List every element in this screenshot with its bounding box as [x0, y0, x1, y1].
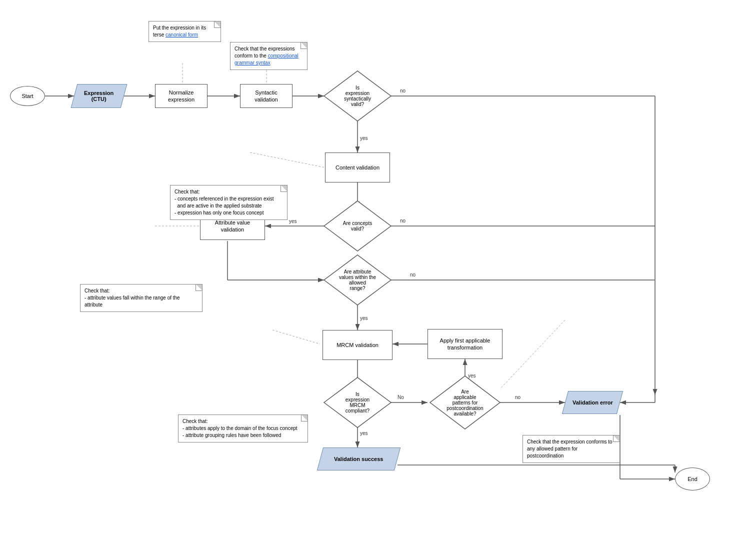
note1: Put the expression in its terse canonica…: [148, 21, 221, 42]
validation-success-node: Validation success: [320, 448, 398, 470]
note1-text: Put the expression in its terse canonica…: [153, 25, 206, 38]
yes-label-mrcm: yes: [360, 430, 368, 436]
yes-label-syntactic: yes: [360, 136, 368, 141]
attribute-range-label: Are attributevalues within theallowedran…: [324, 260, 391, 300]
mrcm-compliant-label: IsexpressionMRCMcompliant?: [328, 381, 388, 424]
no-label-patterns: no: [515, 394, 521, 400]
yes-label-range: yes: [360, 316, 368, 321]
svg-line-32: [272, 330, 320, 344]
expression-label: Expression(CTU): [84, 90, 114, 102]
end-label: End: [688, 476, 698, 482]
normalize-label: Normalize expression: [158, 89, 204, 104]
validation-error-label: Validation error: [572, 400, 613, 406]
expression-node: Expression(CTU): [74, 84, 124, 108]
note4-text: Check that:- attribute values fall withi…: [84, 288, 180, 308]
validation-error-node: Validation error: [565, 391, 620, 414]
note6-text: Check that the expression conforms to an…: [527, 439, 612, 458]
svg-line-33: [500, 320, 565, 389]
start-node: Start: [10, 86, 45, 106]
note3-text: Check that:- concepts referenced in the …: [174, 189, 274, 216]
no-label-syntactic: no: [400, 88, 406, 94]
note2-link[interactable]: compositional grammar syntax: [234, 53, 298, 66]
note5-text: Check that:- attributes apply to the dom…: [182, 418, 298, 438]
mrcm-validation-node: MRCM validation: [322, 330, 392, 360]
apply-transform-label: Apply first applicabletransformation: [440, 337, 490, 352]
syntactically-valid-label: Isexpressionsyntacticallyvalid?: [328, 78, 388, 114]
content-validation-node: Content validation: [325, 152, 390, 182]
yes-label-patterns: yes: [468, 373, 476, 378]
note2: Check that the expressions conform to th…: [230, 42, 308, 70]
svg-line-30: [250, 152, 325, 168]
content-label: Content validation: [336, 164, 380, 171]
patterns-available-label: Areapplicablepatterns forpostcoordinatio…: [431, 378, 499, 426]
note1-link[interactable]: canonical form: [166, 32, 198, 38]
note5: Check that:- attributes apply to the dom…: [178, 414, 308, 442]
note2-text: Check that the expressions conform to th…: [234, 46, 298, 66]
note6: Check that the expression conforms to an…: [522, 435, 620, 463]
concepts-valid-label: Are conceptsvalid?: [330, 208, 385, 244]
syntactic-validation-node: Syntacticvalidation: [240, 84, 292, 108]
yes-label-concepts: yes: [289, 218, 297, 224]
note3: Check that:- concepts referenced in the …: [170, 185, 288, 220]
start-label: Start: [22, 93, 33, 99]
apply-transformation-node: Apply first applicabletransformation: [428, 329, 502, 359]
no-label-range: no: [410, 272, 416, 278]
note4: Check that:- attribute values fall withi…: [80, 284, 202, 312]
validation-success-label: Validation success: [334, 456, 383, 462]
mrcm-label: MRCM validation: [336, 342, 378, 348]
attr-val-label: Attribute valuevalidation: [215, 219, 250, 234]
no-label-mrcm: No: [398, 394, 404, 400]
no-label-concepts: no: [400, 218, 406, 224]
syntactic-label: Syntacticvalidation: [254, 89, 278, 104]
normalize-node: Normalize expression: [155, 84, 208, 108]
end-node: End: [675, 468, 710, 490]
